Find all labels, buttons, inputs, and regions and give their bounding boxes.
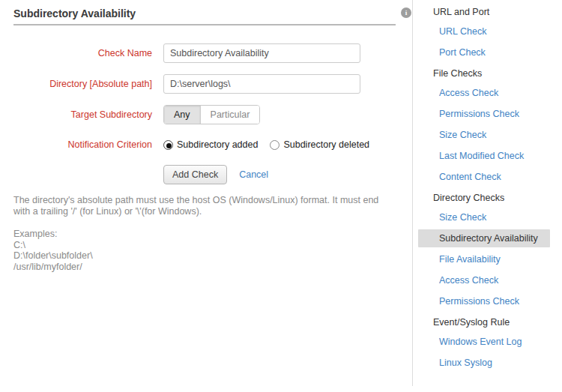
sidebar-item-file-availability[interactable]: File Availability bbox=[418, 250, 550, 268]
target-subdirectory-row: Target Subdirectory Any Particular bbox=[13, 105, 412, 124]
sidebar-item-directory-size-check[interactable]: Size Check bbox=[418, 208, 550, 226]
sidebar-item-url-check[interactable]: URL Check bbox=[418, 22, 550, 40]
target-subdirectory-label: Target Subdirectory bbox=[13, 109, 152, 120]
check-name-input[interactable] bbox=[163, 43, 360, 63]
examples-block: Examples: C:\ D:\folder\subfolder\ /usr/… bbox=[13, 229, 412, 272]
sidebar-header-url-and-port: URL and Port bbox=[418, 3, 550, 21]
help-text: The directory's absolute path must use t… bbox=[13, 195, 392, 217]
example-path: /usr/lib/myfolder/ bbox=[13, 262, 412, 273]
toggle-option-particular[interactable]: Particular bbox=[201, 106, 260, 124]
form-body: Check Name Directory [Absolute path] Tar… bbox=[13, 43, 412, 272]
check-name-label: Check Name bbox=[13, 48, 152, 58]
sidebar-section-file-checks: File Checks Access Check Permissions Che… bbox=[418, 64, 550, 186]
sidebar-item-file-permissions-check[interactable]: Permissions Check bbox=[418, 105, 550, 123]
target-subdirectory-toggle: Any Particular bbox=[163, 105, 260, 124]
examples-title: Examples: bbox=[13, 229, 412, 240]
sidebar-item-file-size-check[interactable]: Size Check bbox=[418, 126, 550, 144]
sidebar-item-file-access-check[interactable]: Access Check bbox=[418, 84, 550, 102]
form-header: Subdirectory Availability i bbox=[13, 7, 412, 25]
info-icon[interactable]: i bbox=[401, 7, 411, 18]
page: Subdirectory Availability i Check Name D… bbox=[0, 0, 562, 392]
sidebar-item-linux-syslog[interactable]: Linux Syslog bbox=[418, 354, 550, 372]
sidebar-item-subdirectory-availability[interactable]: Subdirectory Availability bbox=[418, 229, 550, 247]
sidebar-section-directory-checks: Directory Checks Size Check Subdirectory… bbox=[418, 189, 550, 310]
example-path: C:\ bbox=[13, 240, 412, 251]
radio-subdirectory-deleted[interactable]: Subdirectory deleted bbox=[270, 139, 369, 150]
sidebar-section-url-and-port: URL and Port URL Check Port Check bbox=[418, 3, 550, 61]
sidebar-item-directory-access-check[interactable]: Access Check bbox=[418, 271, 550, 289]
sidebar-item-windows-event-log[interactable]: Windows Event Log bbox=[418, 333, 550, 351]
page-title: Subdirectory Availability bbox=[13, 7, 396, 19]
directory-path-row: Directory [Absolute path] bbox=[13, 74, 412, 94]
radio-unselected-icon bbox=[270, 140, 280, 150]
cancel-link[interactable]: Cancel bbox=[239, 169, 268, 180]
example-path: D:\folder\subfolder\ bbox=[13, 250, 412, 262]
check-name-row: Check Name bbox=[13, 43, 412, 63]
directory-path-label: Directory [Absolute path] bbox=[13, 79, 152, 89]
toggle-option-any[interactable]: Any bbox=[164, 106, 201, 124]
notification-criterion-label: Notification Criterion bbox=[13, 139, 152, 150]
sidebar-section-event-syslog-rule: Event/Syslog Rule Windows Event Log Linu… bbox=[418, 313, 550, 372]
directory-path-input[interactable] bbox=[163, 74, 360, 94]
sidebar-item-port-check[interactable]: Port Check bbox=[418, 43, 550, 61]
title-underline: Subdirectory Availability bbox=[13, 7, 396, 25]
radio-selected-icon bbox=[163, 140, 173, 150]
sidebar-header-directory-checks: Directory Checks bbox=[418, 189, 550, 207]
sidebar: URL and Port URL Check Port Check File C… bbox=[412, 0, 562, 386]
sidebar-header-file-checks: File Checks bbox=[418, 64, 550, 82]
form-panel: Subdirectory Availability i Check Name D… bbox=[0, 0, 412, 392]
sidebar-item-directory-permissions-check[interactable]: Permissions Check bbox=[418, 292, 550, 310]
radio-subdirectory-added[interactable]: Subdirectory added bbox=[163, 139, 258, 150]
radio-label: Subdirectory deleted bbox=[283, 139, 369, 150]
notification-criterion-row: Notification Criterion Subdirectory adde… bbox=[13, 139, 412, 150]
sidebar-header-event-syslog-rule: Event/Syslog Rule bbox=[418, 313, 550, 331]
sidebar-item-last-modified-check[interactable]: Last Modified Check bbox=[418, 147, 550, 165]
sidebar-item-content-check[interactable]: Content Check bbox=[418, 168, 550, 186]
radio-label: Subdirectory added bbox=[177, 139, 258, 150]
notification-criterion-options: Subdirectory added Subdirectory deleted bbox=[163, 139, 369, 150]
actions-row: Add Check Cancel bbox=[13, 165, 412, 184]
add-check-button[interactable]: Add Check bbox=[163, 165, 227, 184]
